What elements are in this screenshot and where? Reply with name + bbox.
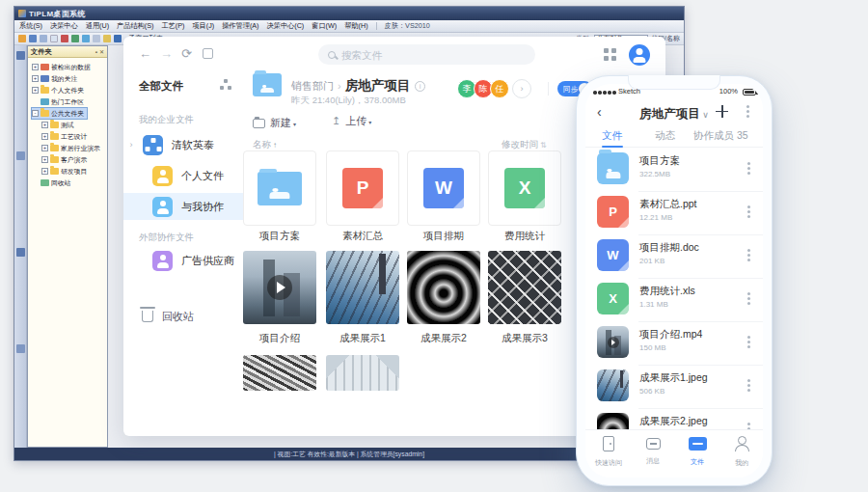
add-icon[interactable] (716, 105, 728, 118)
sidebar-item-ad-supplier[interactable]: 广告供应商 (123, 247, 243, 274)
tree-item-home-industry-demo[interactable]: 家居行业演示 (41, 143, 100, 153)
new-button[interactable]: 新建 (253, 116, 296, 130)
grid-item-label[interactable]: 成果展示1 (326, 332, 399, 345)
grid-item-image-thumbnail[interactable] (407, 251, 480, 324)
file-row-excel[interactable]: X 费用统计.xls 1.31 MB (585, 278, 763, 321)
grid-item-folder[interactable] (243, 150, 316, 226)
tree-item-recycle-bin[interactable]: 回收站 (41, 178, 70, 188)
file-row-word[interactable]: W 项目排期.doc 201 KB (585, 234, 763, 278)
expander-icon[interactable] (41, 156, 48, 163)
tabbar-profile[interactable]: 我的 (719, 436, 763, 468)
more-options-icon[interactable] (746, 105, 749, 118)
file-row-ppt[interactable]: P 素材汇总.ppt 12.21 MB (585, 191, 763, 234)
row-menu-icon[interactable] (747, 336, 750, 348)
dock-tab-icon[interactable] (16, 151, 25, 160)
row-menu-icon[interactable] (747, 379, 750, 392)
paste-icon[interactable] (71, 35, 79, 42)
expander-icon[interactable] (41, 168, 48, 175)
tree-item-public-folder[interactable]: 公共文件夹 (32, 108, 87, 119)
tab-members[interactable]: 协作成员 35 (693, 129, 748, 143)
sidebar-item-company[interactable]: › 清软英泰 (123, 131, 243, 158)
view-icon[interactable] (82, 35, 90, 42)
row-menu-icon[interactable] (747, 292, 750, 305)
menu-decision-center-2[interactable]: 决策中心(C) (267, 21, 305, 31)
grid-item-image-thumbnail[interactable] (488, 251, 561, 324)
tabbar-quick-access[interactable]: 快速访问 (586, 436, 631, 468)
tree-item-checked-out-data[interactable]: 被检出的数据 (32, 62, 91, 72)
file-row-video[interactable]: 项目介绍.mp4 150 MB (585, 321, 763, 365)
expander-icon[interactable] (41, 122, 48, 128)
forward-icon[interactable]: → (160, 46, 173, 61)
tree-item-hot-workspace[interactable]: 热门工作区 (41, 96, 84, 107)
apps-grid-icon[interactable] (604, 48, 616, 61)
sidebar-all-files[interactable]: 全部文件 (139, 79, 183, 94)
org-tree-icon[interactable] (220, 79, 231, 90)
menu-decision-center[interactable]: 决策中心 (50, 21, 78, 31)
list-icon[interactable] (103, 35, 111, 42)
tab-files[interactable]: 文件 (602, 129, 622, 143)
search-box[interactable] (318, 44, 535, 65)
row-menu-icon[interactable] (747, 162, 750, 175)
sidebar-item-personal-files[interactable]: 个人文件 (123, 162, 243, 189)
member-avatar[interactable]: 任 (490, 79, 509, 98)
tabbar-files[interactable]: 文件 (675, 436, 719, 467)
grid-item-label[interactable]: 项目介绍 (243, 332, 316, 345)
tree-item-process-design[interactable]: 工艺设计 (41, 131, 87, 142)
tree-item-rd-project[interactable]: 研发项目 (41, 166, 87, 177)
grid-item-ppt[interactable]: P (326, 150, 399, 226)
grid-item-label[interactable]: 项目方案 (243, 230, 316, 243)
upload-button[interactable]: ↥ 上传 (332, 114, 371, 128)
grid-item-image-thumbnail-partial[interactable] (326, 355, 399, 391)
grid-item-label[interactable]: 费用统计 (488, 230, 561, 243)
dock-tab-icon[interactable] (16, 51, 25, 60)
sidebar-item-recycle-bin[interactable]: 回收站 (123, 303, 243, 330)
dock-tab-icon[interactable] (16, 248, 25, 257)
file-row-folder[interactable]: 项目方案 322.5MB (585, 148, 763, 191)
refresh-icon[interactable] (40, 35, 47, 42)
chevron-right-icon[interactable]: › (123, 140, 139, 150)
expander-icon[interactable] (32, 110, 39, 117)
row-menu-icon[interactable] (747, 249, 750, 261)
new-window-icon[interactable] (203, 48, 213, 59)
info-icon[interactable] (415, 81, 425, 92)
sidebar-item-collaboration[interactable]: 与我协作 (123, 193, 243, 220)
grid-item-word[interactable]: W (407, 150, 480, 226)
expander-icon[interactable] (32, 75, 39, 82)
grid-item-label[interactable]: 素材汇总 (326, 230, 399, 243)
pin-icon[interactable]: ▪ (95, 49, 97, 55)
tab-activity[interactable]: 动态 (655, 129, 675, 143)
menu-operation-mgmt[interactable]: 操作管理(A) (222, 21, 258, 31)
grid-item-excel[interactable]: X (488, 150, 561, 226)
grid-item-image-thumbnail-partial[interactable] (243, 355, 316, 391)
breadcrumb-parent[interactable]: 销售部门 (291, 80, 334, 92)
grid-item-label[interactable]: 项目排期 (407, 230, 480, 243)
expander-icon[interactable] (32, 64, 39, 70)
tree-item-customer-demo[interactable]: 客户演示 (41, 154, 87, 165)
file-row-image1[interactable]: 成果展示1.jpeg 506 KB (585, 365, 763, 408)
menu-window[interactable]: 窗口(W) (312, 21, 337, 31)
expander-icon[interactable] (41, 145, 48, 151)
phone-nav-title[interactable]: 房地产项目 (585, 106, 763, 123)
close-icon[interactable]: ✕ (99, 49, 104, 55)
desktop-titlebar[interactable]: TiPLM桌面系统 (14, 7, 684, 20)
menu-process[interactable]: 工艺(P) (161, 21, 184, 31)
open-folder-icon[interactable] (18, 35, 26, 42)
expander-icon[interactable] (32, 87, 39, 94)
save-icon[interactable] (29, 35, 37, 42)
subwindow-icon[interactable] (114, 35, 122, 42)
search-input[interactable] (341, 49, 526, 61)
menu-help[interactable]: 帮助(H) (344, 21, 367, 31)
grid-item-label[interactable]: 成果展示2 (407, 332, 480, 345)
dock-tab-icon[interactable] (16, 344, 25, 353)
grid-item-label[interactable]: 成果展示3 (488, 332, 561, 345)
user-avatar[interactable] (629, 44, 650, 66)
more-members-button[interactable] (512, 79, 531, 98)
tree-item-test[interactable]: 测试 (41, 120, 74, 130)
tree-item-my-follows[interactable]: 我的关注 (32, 73, 77, 84)
cut-icon[interactable] (61, 35, 68, 42)
skin-label[interactable]: 皮肤：VS2010 (385, 21, 430, 31)
tree-item-personal-folder[interactable]: 个人文件夹 (32, 85, 84, 96)
back-icon[interactable]: ← (139, 46, 151, 61)
grid-item-image-thumbnail[interactable] (326, 251, 399, 324)
menu-system[interactable]: 系统(S) (19, 21, 42, 31)
